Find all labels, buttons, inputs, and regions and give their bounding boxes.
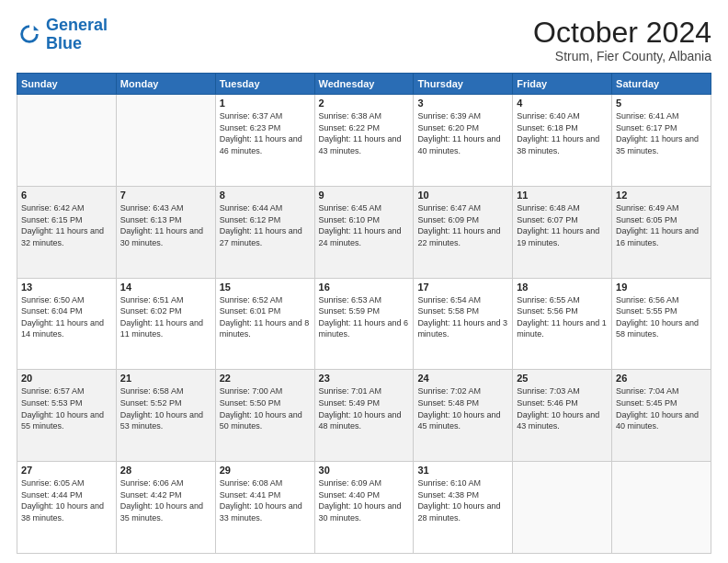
day-info: Sunrise: 6:54 AMSunset: 5:58 PMDaylight:… [417, 294, 508, 340]
day-number: 30 [319, 465, 410, 476]
day-number: 27 [21, 465, 112, 476]
day-number: 10 [417, 190, 508, 201]
day-number: 22 [220, 373, 311, 384]
calendar-day-cell: 4Sunrise: 6:40 AMSunset: 6:18 PMDaylight… [513, 95, 612, 187]
day-number: 11 [517, 190, 608, 201]
day-number: 24 [417, 373, 508, 384]
calendar-day-cell: 2Sunrise: 6:38 AMSunset: 6:22 PMDaylight… [314, 95, 414, 187]
weekday-header: Thursday [414, 74, 513, 95]
calendar-day-cell: 19Sunrise: 6:56 AMSunset: 5:55 PMDayligh… [612, 278, 711, 370]
day-info: Sunrise: 6:09 AMSunset: 4:40 PMDaylight:… [319, 477, 410, 523]
day-info: Sunrise: 6:39 AMSunset: 6:20 PMDaylight:… [417, 110, 508, 156]
day-number: 28 [120, 465, 211, 476]
calendar-day-cell: 31Sunrise: 6:10 AMSunset: 4:38 PMDayligh… [414, 462, 513, 554]
calendar-day-cell: 5Sunrise: 6:41 AMSunset: 6:17 PMDaylight… [612, 95, 711, 187]
day-info: Sunrise: 6:08 AMSunset: 4:41 PMDaylight:… [220, 477, 311, 523]
calendar-day-cell: 9Sunrise: 6:45 AMSunset: 6:10 PMDaylight… [314, 186, 414, 278]
day-info: Sunrise: 6:50 AMSunset: 6:04 PMDaylight:… [21, 294, 112, 340]
day-info: Sunrise: 6:57 AMSunset: 5:53 PMDaylight:… [21, 385, 112, 431]
day-number: 9 [319, 190, 410, 201]
weekday-header: Monday [116, 74, 215, 95]
calendar-day-cell: 7Sunrise: 6:43 AMSunset: 6:13 PMDaylight… [116, 186, 215, 278]
calendar-day-cell [17, 95, 117, 187]
calendar-day-cell: 18Sunrise: 6:55 AMSunset: 5:56 PMDayligh… [513, 278, 612, 370]
month-title: October 2024 [533, 17, 711, 49]
day-number: 3 [417, 98, 508, 109]
calendar-week-row: 13Sunrise: 6:50 AMSunset: 6:04 PMDayligh… [17, 278, 711, 370]
weekday-header: Wednesday [314, 74, 414, 95]
weekday-header: Friday [513, 74, 612, 95]
calendar-day-cell: 6Sunrise: 6:42 AMSunset: 6:15 PMDaylight… [17, 186, 117, 278]
day-number: 4 [517, 98, 608, 109]
logo: General Blue [17, 17, 108, 53]
day-number: 18 [517, 282, 608, 293]
calendar-day-cell: 25Sunrise: 7:03 AMSunset: 5:46 PMDayligh… [513, 370, 612, 462]
calendar-week-row: 6Sunrise: 6:42 AMSunset: 6:15 PMDaylight… [17, 186, 711, 278]
calendar-day-cell: 10Sunrise: 6:47 AMSunset: 6:09 PMDayligh… [414, 186, 513, 278]
day-number: 2 [319, 98, 410, 109]
day-number: 29 [220, 465, 311, 476]
day-number: 6 [21, 190, 112, 201]
calendar-day-cell [513, 462, 612, 554]
calendar-day-cell: 27Sunrise: 6:05 AMSunset: 4:44 PMDayligh… [17, 462, 117, 554]
logo-icon [17, 22, 42, 48]
day-number: 17 [417, 282, 508, 293]
day-number: 16 [319, 282, 410, 293]
day-number: 19 [616, 282, 707, 293]
calendar-body: 1Sunrise: 6:37 AMSunset: 6:23 PMDaylight… [17, 95, 711, 554]
calendar-day-cell: 14Sunrise: 6:51 AMSunset: 6:02 PMDayligh… [116, 278, 215, 370]
day-info: Sunrise: 6:06 AMSunset: 4:42 PMDaylight:… [120, 477, 211, 523]
day-number: 13 [21, 282, 112, 293]
calendar-day-cell [612, 462, 711, 554]
day-info: Sunrise: 7:04 AMSunset: 5:45 PMDaylight:… [616, 385, 707, 431]
day-number: 31 [417, 465, 508, 476]
day-info: Sunrise: 6:52 AMSunset: 6:01 PMDaylight:… [220, 294, 311, 340]
day-number: 20 [21, 373, 112, 384]
calendar-day-cell: 11Sunrise: 6:48 AMSunset: 6:07 PMDayligh… [513, 186, 612, 278]
day-number: 23 [319, 373, 410, 384]
day-info: Sunrise: 6:47 AMSunset: 6:09 PMDaylight:… [417, 202, 508, 248]
calendar-day-cell: 12Sunrise: 6:49 AMSunset: 6:05 PMDayligh… [612, 186, 711, 278]
day-info: Sunrise: 6:53 AMSunset: 5:59 PMDaylight:… [319, 294, 410, 340]
day-info: Sunrise: 6:41 AMSunset: 6:17 PMDaylight:… [616, 110, 707, 156]
calendar-day-cell: 20Sunrise: 6:57 AMSunset: 5:53 PMDayligh… [17, 370, 117, 462]
calendar-header-row: SundayMondayTuesdayWednesdayThursdayFrid… [17, 74, 711, 95]
day-number: 21 [120, 373, 211, 384]
day-number: 12 [616, 190, 707, 201]
day-info: Sunrise: 6:55 AMSunset: 5:56 PMDaylight:… [517, 294, 608, 340]
logo-general: General [46, 16, 108, 34]
calendar-day-cell: 21Sunrise: 6:58 AMSunset: 5:52 PMDayligh… [116, 370, 215, 462]
day-info: Sunrise: 6:49 AMSunset: 6:05 PMDaylight:… [616, 202, 707, 248]
day-info: Sunrise: 7:02 AMSunset: 5:48 PMDaylight:… [417, 385, 508, 431]
day-number: 25 [517, 373, 608, 384]
day-info: Sunrise: 6:56 AMSunset: 5:55 PMDaylight:… [616, 294, 707, 340]
day-number: 7 [120, 190, 211, 201]
calendar-day-cell: 24Sunrise: 7:02 AMSunset: 5:48 PMDayligh… [414, 370, 513, 462]
weekday-header: Sunday [17, 74, 117, 95]
day-info: Sunrise: 7:03 AMSunset: 5:46 PMDaylight:… [517, 385, 608, 431]
logo-text: General Blue [46, 17, 108, 53]
day-info: Sunrise: 6:44 AMSunset: 6:12 PMDaylight:… [220, 202, 311, 248]
calendar-day-cell: 28Sunrise: 6:06 AMSunset: 4:42 PMDayligh… [116, 462, 215, 554]
calendar-day-cell: 16Sunrise: 6:53 AMSunset: 5:59 PMDayligh… [314, 278, 414, 370]
day-info: Sunrise: 6:51 AMSunset: 6:02 PMDaylight:… [120, 294, 211, 340]
day-info: Sunrise: 6:58 AMSunset: 5:52 PMDaylight:… [120, 385, 211, 431]
calendar-day-cell: 26Sunrise: 7:04 AMSunset: 5:45 PMDayligh… [612, 370, 711, 462]
day-info: Sunrise: 7:00 AMSunset: 5:50 PMDaylight:… [220, 385, 311, 431]
day-info: Sunrise: 6:05 AMSunset: 4:44 PMDaylight:… [21, 477, 112, 523]
day-number: 15 [220, 282, 311, 293]
day-number: 26 [616, 373, 707, 384]
calendar-day-cell: 23Sunrise: 7:01 AMSunset: 5:49 PMDayligh… [314, 370, 414, 462]
day-info: Sunrise: 6:48 AMSunset: 6:07 PMDaylight:… [517, 202, 608, 248]
day-info: Sunrise: 6:45 AMSunset: 6:10 PMDaylight:… [319, 202, 410, 248]
calendar-day-cell: 17Sunrise: 6:54 AMSunset: 5:58 PMDayligh… [414, 278, 513, 370]
calendar-day-cell: 13Sunrise: 6:50 AMSunset: 6:04 PMDayligh… [17, 278, 117, 370]
calendar-day-cell: 3Sunrise: 6:39 AMSunset: 6:20 PMDaylight… [414, 95, 513, 187]
calendar-day-cell: 15Sunrise: 6:52 AMSunset: 6:01 PMDayligh… [215, 278, 314, 370]
page: General Blue October 2024 Strum, Fier Co… [0, 0, 728, 563]
day-info: Sunrise: 6:40 AMSunset: 6:18 PMDaylight:… [517, 110, 608, 156]
day-info: Sunrise: 7:01 AMSunset: 5:49 PMDaylight:… [319, 385, 410, 431]
calendar-day-cell: 30Sunrise: 6:09 AMSunset: 4:40 PMDayligh… [314, 462, 414, 554]
calendar-week-row: 27Sunrise: 6:05 AMSunset: 4:44 PMDayligh… [17, 462, 711, 554]
location-title: Strum, Fier County, Albania [533, 49, 711, 63]
